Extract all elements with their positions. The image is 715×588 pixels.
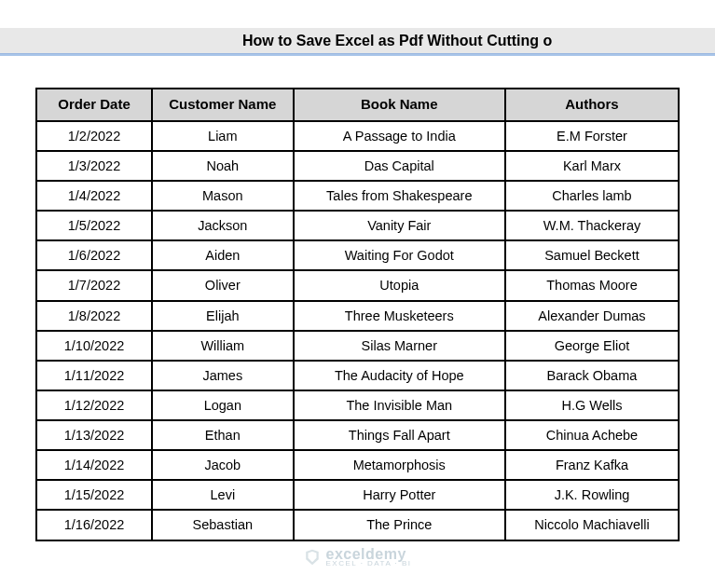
page-title-band: How to Save Excel as Pdf Without Cutting… — [0, 28, 715, 56]
col-header-book: Book Name — [294, 89, 505, 121]
cell-customer: Liam — [152, 121, 294, 151]
cell-customer: Ethan — [152, 420, 294, 450]
cell-author: Niccolo Machiavelli — [505, 510, 679, 540]
cell-book: Three Musketeers — [294, 301, 505, 331]
cell-book: The Prince — [294, 510, 505, 540]
watermark: exceldemy EXCEL · DATA · BI — [303, 547, 411, 567]
cell-author: George Eliot — [505, 331, 679, 361]
cell-author: Chinua Achebe — [505, 420, 679, 450]
cell-customer: Levi — [152, 480, 294, 510]
cell-customer: William — [152, 331, 294, 361]
cell-order-date: 1/5/2022 — [36, 211, 152, 240]
cell-book: Utopia — [294, 270, 505, 300]
logo-icon — [303, 549, 320, 566]
cell-book: Waiting For Godot — [294, 240, 505, 270]
table-row: 1/8/2022ElijahThree MusketeersAlexander … — [36, 301, 679, 331]
table-row: 1/4/2022MasonTales from ShakespeareCharl… — [36, 181, 679, 211]
cell-author: Thomas Moore — [505, 270, 679, 300]
col-header-authors: Authors — [505, 89, 679, 121]
table-row: 1/5/2022JacksonVanity FairW.M. Thackeray — [36, 211, 679, 240]
cell-author: Barack Obama — [505, 361, 679, 390]
cell-book: Things Fall Apart — [294, 420, 505, 450]
cell-order-date: 1/13/2022 — [36, 420, 152, 450]
table-row: 1/12/2022LoganThe Invisible ManH.G Wells — [36, 390, 679, 420]
cell-customer: Mason — [152, 181, 294, 211]
cell-author: Samuel Beckett — [505, 240, 679, 270]
table-row: 1/16/2022SebastianThe PrinceNiccolo Mach… — [36, 510, 679, 540]
cell-author: E.M Forster — [505, 121, 679, 151]
table-row: 1/15/2022LeviHarry PotterJ.K. Rowling — [36, 480, 679, 510]
cell-book: Vanity Fair — [294, 211, 505, 240]
watermark-sub: EXCEL · DATA · BI — [325, 560, 411, 567]
cell-book: Das Capital — [294, 151, 505, 181]
cell-author: W.M. Thackeray — [505, 211, 679, 240]
table-row: 1/14/2022JacobMetamorphosisFranz Kafka — [36, 450, 679, 480]
cell-customer: Jacob — [152, 450, 294, 480]
cell-customer: Logan — [152, 390, 294, 420]
table-row: 1/10/2022WilliamSilas MarnerGeorge Eliot — [36, 331, 679, 361]
col-header-customer: Customer Name — [152, 89, 294, 121]
cell-author: Franz Kafka — [505, 450, 679, 480]
table-row: 1/3/2022NoahDas CapitalKarl Marx — [36, 151, 679, 181]
cell-customer: Jackson — [152, 211, 294, 240]
table-header-row: Order Date Customer Name Book Name Autho… — [36, 89, 679, 121]
cell-order-date: 1/8/2022 — [36, 301, 152, 331]
cell-customer: Elijah — [152, 301, 294, 331]
cell-order-date: 1/6/2022 — [36, 240, 152, 270]
watermark-text: exceldemy EXCEL · DATA · BI — [325, 547, 411, 567]
cell-author: H.G Wells — [505, 390, 679, 420]
table-body: 1/2/2022LiamA Passage to IndiaE.M Forste… — [36, 121, 679, 540]
cell-order-date: 1/16/2022 — [36, 510, 152, 540]
cell-book: Metamorphosis — [294, 450, 505, 480]
cell-book: Silas Marner — [294, 331, 505, 361]
cell-order-date: 1/7/2022 — [36, 270, 152, 300]
cell-book: The Audacity of Hope — [294, 361, 505, 390]
table-row: 1/13/2022EthanThings Fall ApartChinua Ac… — [36, 420, 679, 450]
cell-author: J.K. Rowling — [505, 480, 679, 510]
cell-order-date: 1/12/2022 — [36, 390, 152, 420]
cell-author: Karl Marx — [505, 151, 679, 181]
table-row: 1/2/2022LiamA Passage to IndiaE.M Forste… — [36, 121, 679, 151]
cell-author: Alexander Dumas — [505, 301, 679, 331]
cell-customer: Noah — [152, 151, 294, 181]
table-row: 1/7/2022OliverUtopiaThomas Moore — [36, 270, 679, 300]
cell-book: A Passage to India — [294, 121, 505, 151]
cell-author: Charles lamb — [505, 181, 679, 211]
col-header-order-date: Order Date — [36, 89, 152, 121]
cell-book: Harry Potter — [294, 480, 505, 510]
page-title: How to Save Excel as Pdf Without Cutting… — [242, 33, 552, 49]
cell-order-date: 1/11/2022 — [36, 361, 152, 390]
cell-order-date: 1/10/2022 — [36, 331, 152, 361]
cell-order-date: 1/2/2022 — [36, 121, 152, 151]
cell-customer: James — [152, 361, 294, 390]
cell-customer: Oliver — [152, 270, 294, 300]
cell-customer: Sebastian — [152, 510, 294, 540]
cell-order-date: 1/15/2022 — [36, 480, 152, 510]
table-row: 1/11/2022JamesThe Audacity of HopeBarack… — [36, 361, 679, 390]
data-table-wrap: Order Date Customer Name Book Name Autho… — [35, 88, 680, 541]
cell-customer: Aiden — [152, 240, 294, 270]
cell-order-date: 1/14/2022 — [36, 450, 152, 480]
table-row: 1/6/2022AidenWaiting For GodotSamuel Bec… — [36, 240, 679, 270]
cell-order-date: 1/3/2022 — [36, 151, 152, 181]
cell-order-date: 1/4/2022 — [36, 181, 152, 211]
cell-book: The Invisible Man — [294, 390, 505, 420]
cell-book: Tales from Shakespeare — [294, 181, 505, 211]
data-table: Order Date Customer Name Book Name Autho… — [35, 88, 680, 541]
